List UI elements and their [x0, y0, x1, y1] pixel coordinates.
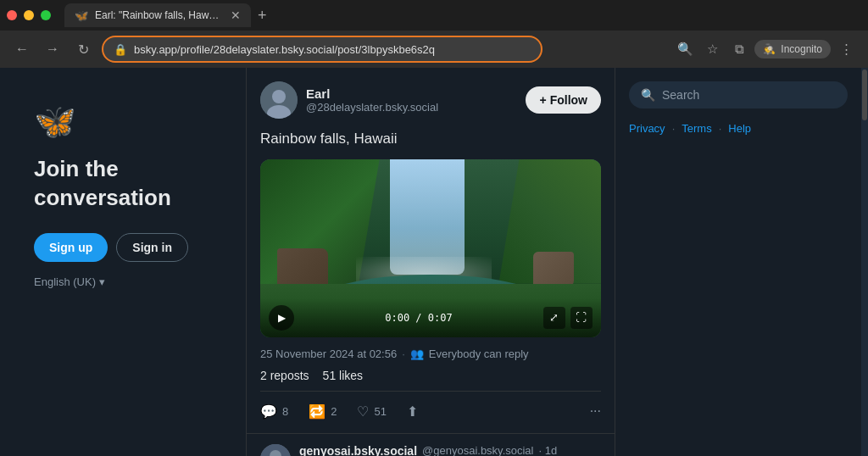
like-count: 51 likes — [323, 369, 363, 382]
incognito-button[interactable]: 🕵 Incognito — [754, 40, 831, 58]
post-text: Rainbow falls, Hawaii — [260, 129, 601, 149]
video-fullscreen-button[interactable]: ⛶ — [570, 307, 593, 329]
comment-author-handle: @genyosai.bsky.social — [422, 444, 533, 456]
browser-search-button[interactable]: 🔍 — [673, 37, 697, 61]
right-sidebar: 🔍 Search Privacy · Terms · Help — [615, 68, 861, 456]
search-box[interactable]: 🔍 Search — [629, 81, 848, 108]
reply-icon: 💬 — [260, 403, 277, 420]
search-placeholder: Search — [662, 88, 699, 102]
like-count-action: 51 — [374, 405, 386, 418]
signup-button[interactable]: Sign up — [34, 233, 108, 262]
minimize-window-button[interactable] — [24, 10, 34, 20]
auth-buttons: Sign up Sign in — [34, 233, 220, 262]
video-external-button[interactable]: ⤢ — [543, 307, 565, 329]
left-sidebar: 🦋 Join the conversation Sign up Sign in … — [0, 68, 246, 456]
author-handle: @28delayslater.bsky.social — [306, 101, 438, 114]
repost-count: 2 reposts — [260, 369, 309, 382]
follow-label: Follow — [550, 93, 587, 107]
video-controls-right: ⤢ ⛶ — [543, 307, 593, 329]
svg-point-1 — [272, 90, 286, 103]
search-icon: 🔍 — [641, 88, 655, 102]
post-meta: 25 November 2024 at 02:56 · 👥 Everybody … — [260, 348, 601, 360]
address-bar-security-icon: 🔒 — [114, 43, 127, 56]
video-play-button[interactable]: ▶ — [269, 305, 294, 331]
privacy-link[interactable]: Privacy — [629, 122, 665, 135]
repost-number: 2 reposts — [260, 369, 309, 382]
extensions-button[interactable]: ⧉ — [727, 37, 751, 61]
browser-chrome: 🦋 Earl: "Rainbow falls, Hawaii" — ✕ + ← … — [0, 0, 868, 68]
comment-avatar — [260, 444, 291, 456]
repost-button[interactable]: 🔁 2 — [309, 403, 337, 420]
share-icon: ⬆ — [407, 403, 418, 420]
more-options-button[interactable]: ⋮ — [834, 37, 858, 61]
close-window-button[interactable] — [7, 10, 17, 20]
signin-button[interactable]: Sign in — [116, 233, 188, 262]
heart-icon: ♡ — [357, 403, 369, 420]
post-container: Earl @28delayslater.bsky.social + Follow… — [247, 68, 615, 434]
bookmark-button[interactable]: ☆ — [700, 37, 724, 61]
address-text: bsky.app/profile/28delayslater.bsky.soci… — [134, 43, 531, 56]
incognito-label: Incognito — [781, 43, 822, 55]
nav-bar: ← → ↻ 🔒 bsky.app/profile/28delayslater.b… — [0, 31, 868, 68]
page-content: 🦋 Join the conversation Sign up Sign in … — [0, 68, 868, 456]
refresh-button[interactable]: ↻ — [71, 37, 95, 61]
follow-button[interactable]: + Follow — [526, 86, 601, 114]
address-bar[interactable]: 🔒 bsky.app/profile/28delayslater.bsky.so… — [102, 36, 542, 63]
post-audience: Everybody can reply — [429, 348, 529, 360]
incognito-icon: 🕵 — [763, 43, 776, 55]
post-header: Earl @28delayslater.bsky.social + Follow — [260, 81, 601, 119]
post-stats: 2 reposts 51 likes — [260, 369, 601, 392]
meta-separator: · — [402, 348, 405, 360]
terms-link[interactable]: Terms — [682, 122, 711, 135]
scrollbar[interactable] — [861, 68, 868, 456]
reply-button[interactable]: 💬 8 — [260, 403, 288, 420]
chevron-down-icon: ▾ — [99, 275, 105, 288]
post-actions: 💬 8 🔁 2 ♡ 51 ⬆ ··· — [260, 400, 601, 420]
video-container[interactable]: ▶ 0:00 / 0:07 ⤢ ⛶ — [260, 159, 601, 337]
comment-content: genyosai.bsky.social @genyosai.bsky.soci… — [299, 444, 601, 456]
language-selector[interactable]: English (UK) ▾ — [34, 275, 220, 288]
link-separator-1: · — [672, 122, 676, 135]
language-label: English (UK) — [34, 275, 96, 288]
ellipsis-icon: ··· — [590, 403, 601, 419]
forward-button[interactable]: → — [41, 37, 64, 61]
join-the-conversation-heading: Join the conversation — [34, 155, 220, 213]
author-name: Earl — [306, 86, 438, 101]
link-separator-2: · — [719, 122, 722, 135]
reply-count: 8 — [282, 405, 288, 418]
rock-right — [533, 252, 574, 287]
post-author: Earl @28delayslater.bsky.social — [260, 81, 438, 119]
like-number: 51 likes — [323, 369, 363, 382]
repost-icon: 🔁 — [309, 403, 326, 420]
comment-time: · 1d — [539, 444, 558, 456]
author-avatar — [260, 81, 298, 119]
author-info: Earl @28delayslater.bsky.social — [306, 86, 438, 114]
follow-plus-icon: + — [539, 93, 546, 107]
new-tab-button[interactable]: + — [254, 7, 270, 25]
maximize-window-button[interactable] — [41, 10, 51, 20]
audience-icon: 👥 — [410, 348, 424, 360]
nav-right-controls: 🔍 ☆ ⧉ 🕵 Incognito ⋮ — [673, 37, 858, 61]
main-content: Earl @28delayslater.bsky.social + Follow… — [246, 68, 615, 456]
tab-bar: 🦋 Earl: "Rainbow falls, Hawaii" — ✕ + — [0, 0, 868, 31]
comment-header: genyosai.bsky.social @genyosai.bsky.soci… — [299, 444, 601, 456]
tab-title: Earl: "Rainbow falls, Hawaii" — — [95, 9, 224, 21]
bluesky-logo: 🦋 — [34, 102, 220, 142]
back-button[interactable]: ← — [10, 37, 34, 61]
comment-author-name: genyosai.bsky.social — [299, 444, 417, 456]
share-button[interactable]: ⬆ — [407, 403, 418, 420]
window-controls — [7, 10, 51, 20]
like-button[interactable]: ♡ 51 — [357, 403, 386, 420]
video-overlay: ▶ 0:00 / 0:07 ⤢ ⛶ — [260, 298, 601, 337]
close-tab-button[interactable]: ✕ — [231, 9, 241, 21]
scrollbar-thumb[interactable] — [862, 70, 867, 120]
sidebar-links: Privacy · Terms · Help — [629, 122, 848, 135]
tab-favicon-icon: 🦋 — [75, 9, 88, 22]
post-timestamp: 25 November 2024 at 02:56 — [260, 348, 397, 360]
repost-count: 2 — [331, 405, 337, 418]
help-link[interactable]: Help — [728, 122, 751, 135]
comment-preview: genyosai.bsky.social @genyosai.bsky.soci… — [247, 434, 615, 456]
more-actions-button[interactable]: ··· — [590, 403, 601, 419]
video-time: 0:00 / 0:07 — [385, 312, 452, 324]
browser-tab[interactable]: 🦋 Earl: "Rainbow falls, Hawaii" — ✕ — [64, 3, 251, 27]
